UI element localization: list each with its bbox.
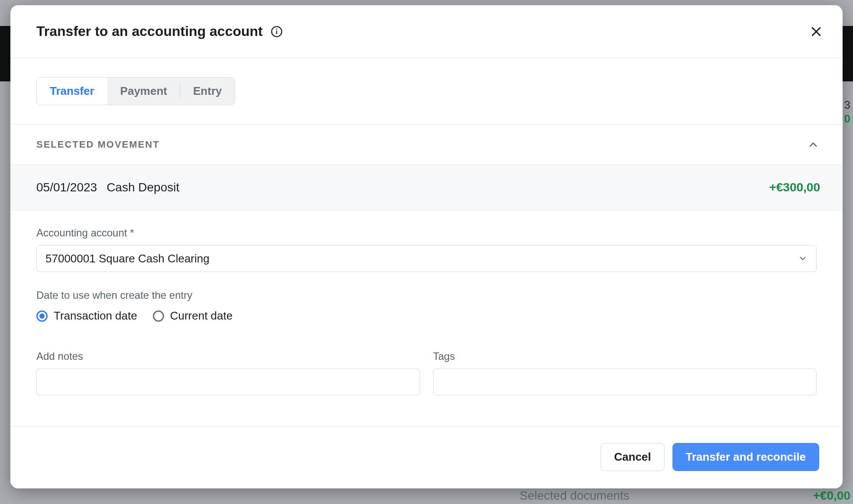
modal-title: Transfer to an accounting account: [36, 23, 263, 39]
background-side-amount: 0: [844, 112, 850, 126]
close-icon[interactable]: [810, 25, 823, 38]
cancel-button[interactable]: Cancel: [601, 443, 664, 471]
movement-row: 05/01/2023 Cash Deposit +€300,00: [10, 165, 843, 210]
notes-label: Add notes: [36, 350, 420, 362]
date-choice-radios: Transaction date Current date: [36, 309, 817, 323]
transfer-reconcile-button[interactable]: Transfer and reconcile: [672, 443, 819, 471]
info-icon[interactable]: [271, 26, 283, 38]
movement-date: 05/01/2023: [36, 181, 97, 194]
transfer-modal: Transfer to an accounting account Transf…: [10, 5, 843, 488]
form-body: Accounting account * 57000001 Square Cas…: [10, 210, 843, 426]
chevron-down-icon: [798, 254, 808, 263]
tab-transfer[interactable]: Transfer: [37, 78, 107, 105]
movement-description: Cash Deposit: [107, 181, 179, 194]
selected-movement-header[interactable]: SELECTED MOVEMENT: [10, 125, 843, 165]
background-selected-documents-label: Selected documents: [520, 489, 630, 503]
date-choice-label: Date to use when create the entry: [36, 289, 817, 301]
background-selected-documents-amount: +€0,00: [813, 489, 850, 503]
radio-current-date-label: Current date: [170, 309, 233, 323]
modal-footer: Cancel Transfer and reconcile: [10, 426, 843, 488]
tabs: Transfer Payment Entry: [10, 58, 843, 125]
accounting-account-select[interactable]: 57000001 Square Cash Clearing: [36, 245, 817, 272]
selected-movement-label: SELECTED MOVEMENT: [36, 139, 160, 150]
background-side-number: 3: [844, 98, 850, 112]
radio-transaction-date[interactable]: Transaction date: [36, 309, 137, 323]
segmented-control: Transfer Payment Entry: [36, 77, 235, 105]
tags-input[interactable]: [433, 368, 817, 395]
svg-point-2: [276, 28, 277, 29]
chevron-up-icon: [807, 139, 819, 151]
accounting-account-label: Accounting account *: [36, 227, 817, 239]
tab-payment[interactable]: Payment: [107, 78, 180, 105]
notes-input[interactable]: [36, 368, 420, 395]
modal-header: Transfer to an accounting account: [10, 5, 843, 58]
radio-transaction-date-label: Transaction date: [54, 309, 137, 323]
radio-current-date[interactable]: Current date: [153, 309, 233, 323]
movement-amount: +€300,00: [769, 181, 820, 194]
tags-label: Tags: [433, 350, 817, 362]
tab-entry[interactable]: Entry: [180, 78, 235, 105]
accounting-account-value: 57000001 Square Cash Clearing: [45, 252, 210, 265]
